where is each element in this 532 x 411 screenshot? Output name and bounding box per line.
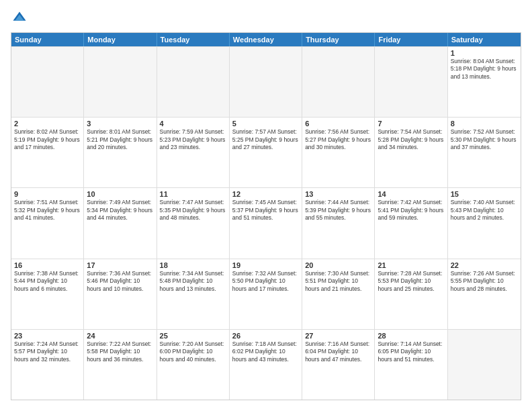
day-number: 7 [378,120,444,128]
page: SundayMondayTuesdayWednesdayThursdayFrid… [0,0,532,411]
day-info: Sunrise: 7:54 AM Sunset: 5:28 PM Dayligh… [378,128,444,151]
calendar-cell [11,47,84,117]
calendar-cell: 12Sunrise: 7:45 AM Sunset: 5:37 PM Dayli… [230,188,302,258]
header-day-thursday: Thursday [302,33,375,46]
day-info: Sunrise: 7:30 AM Sunset: 5:51 PM Dayligh… [305,270,371,293]
calendar-cell: 19Sunrise: 7:32 AM Sunset: 5:50 PM Dayli… [230,259,302,329]
day-info: Sunrise: 7:14 AM Sunset: 6:05 PM Dayligh… [378,340,444,363]
day-info: Sunrise: 8:04 AM Sunset: 5:18 PM Dayligh… [451,58,518,81]
header-day-wednesday: Wednesday [230,33,302,46]
calendar-cell: 7Sunrise: 7:54 AM Sunset: 5:28 PM Daylig… [375,118,447,187]
calendar-row-1: 1Sunrise: 8:04 AM Sunset: 5:18 PM Daylig… [11,46,521,117]
day-number: 16 [14,261,81,269]
calendar-cell: 27Sunrise: 7:16 AM Sunset: 6:04 PM Dayli… [302,330,375,400]
day-info: Sunrise: 7:56 AM Sunset: 5:27 PM Dayligh… [305,128,371,151]
day-number: 27 [305,332,371,340]
calendar-cell [375,47,447,117]
calendar-cell: 1Sunrise: 8:04 AM Sunset: 5:18 PM Daylig… [448,47,521,117]
calendar-cell: 23Sunrise: 7:24 AM Sunset: 5:57 PM Dayli… [11,330,84,400]
logo [11,11,27,26]
calendar-row-2: 2Sunrise: 8:02 AM Sunset: 5:19 PM Daylig… [11,117,521,187]
logo-icon [12,11,27,26]
day-info: Sunrise: 7:24 AM Sunset: 5:57 PM Dayligh… [14,340,81,363]
day-number: 25 [160,332,226,340]
day-info: Sunrise: 7:45 AM Sunset: 5:37 PM Dayligh… [232,199,299,222]
day-info: Sunrise: 7:18 AM Sunset: 6:02 PM Dayligh… [232,340,299,363]
header-day-monday: Monday [84,33,157,46]
day-number: 28 [378,332,444,340]
day-info: Sunrise: 7:20 AM Sunset: 6:00 PM Dayligh… [160,340,226,363]
day-info: Sunrise: 7:57 AM Sunset: 5:25 PM Dayligh… [232,128,299,151]
calendar-cell: 18Sunrise: 7:34 AM Sunset: 5:48 PM Dayli… [157,259,230,329]
day-info: Sunrise: 7:16 AM Sunset: 6:04 PM Dayligh… [305,340,371,363]
day-number: 26 [232,332,299,340]
calendar-cell: 6Sunrise: 7:56 AM Sunset: 5:27 PM Daylig… [302,118,375,187]
day-info: Sunrise: 8:02 AM Sunset: 5:19 PM Dayligh… [14,128,81,151]
day-number: 5 [232,120,299,128]
day-info: Sunrise: 7:34 AM Sunset: 5:48 PM Dayligh… [160,270,226,293]
calendar-cell [448,330,521,400]
calendar-row-4: 16Sunrise: 7:38 AM Sunset: 5:44 PM Dayli… [11,259,521,329]
day-number: 2 [14,120,81,128]
day-number: 20 [305,261,371,269]
calendar-cell: 26Sunrise: 7:18 AM Sunset: 6:02 PM Dayli… [230,330,302,400]
day-number: 13 [305,190,371,198]
day-number: 14 [378,190,444,198]
calendar-header: SundayMondayTuesdayWednesdayThursdayFrid… [11,33,521,46]
calendar-cell: 11Sunrise: 7:47 AM Sunset: 5:35 PM Dayli… [157,188,230,258]
calendar-cell: 24Sunrise: 7:22 AM Sunset: 5:58 PM Dayli… [84,330,157,400]
calendar-cell: 9Sunrise: 7:51 AM Sunset: 5:32 PM Daylig… [11,188,84,258]
header-day-sunday: Sunday [11,33,84,46]
day-info: Sunrise: 7:36 AM Sunset: 5:46 PM Dayligh… [87,270,153,293]
calendar-cell: 2Sunrise: 8:02 AM Sunset: 5:19 PM Daylig… [11,118,84,187]
day-info: Sunrise: 7:38 AM Sunset: 5:44 PM Dayligh… [14,270,81,293]
day-number: 9 [14,190,81,198]
header [11,11,521,26]
day-info: Sunrise: 7:44 AM Sunset: 5:39 PM Dayligh… [305,199,371,222]
day-info: Sunrise: 7:32 AM Sunset: 5:50 PM Dayligh… [232,270,299,293]
day-number: 1 [451,49,518,57]
calendar-cell: 13Sunrise: 7:44 AM Sunset: 5:39 PM Dayli… [302,188,375,258]
day-info: Sunrise: 7:28 AM Sunset: 5:53 PM Dayligh… [378,270,444,293]
calendar-cell: 20Sunrise: 7:30 AM Sunset: 5:51 PM Dayli… [302,259,375,329]
day-number: 4 [160,120,226,128]
day-number: 12 [232,190,299,198]
day-number: 15 [451,190,518,198]
calendar-cell: 22Sunrise: 7:26 AM Sunset: 5:55 PM Dayli… [448,259,521,329]
day-number: 19 [232,261,299,269]
day-number: 21 [378,261,444,269]
calendar-cell [302,47,375,117]
header-day-tuesday: Tuesday [157,33,230,46]
calendar: SundayMondayTuesdayWednesdayThursdayFrid… [11,32,521,400]
day-number: 23 [14,332,81,340]
day-number: 22 [451,261,518,269]
header-day-saturday: Saturday [448,33,521,46]
day-number: 8 [451,120,518,128]
day-number: 6 [305,120,371,128]
day-info: Sunrise: 7:52 AM Sunset: 5:30 PM Dayligh… [451,128,518,151]
day-number: 10 [87,190,153,198]
calendar-cell: 14Sunrise: 7:42 AM Sunset: 5:41 PM Dayli… [375,188,447,258]
calendar-cell: 8Sunrise: 7:52 AM Sunset: 5:30 PM Daylig… [448,118,521,187]
calendar-body: 1Sunrise: 8:04 AM Sunset: 5:18 PM Daylig… [11,46,521,400]
day-number: 11 [160,190,226,198]
calendar-row-5: 23Sunrise: 7:24 AM Sunset: 5:57 PM Dayli… [11,329,521,400]
day-number: 18 [160,261,226,269]
calendar-cell: 10Sunrise: 7:49 AM Sunset: 5:34 PM Dayli… [84,188,157,258]
day-info: Sunrise: 7:42 AM Sunset: 5:41 PM Dayligh… [378,199,444,222]
calendar-cell: 17Sunrise: 7:36 AM Sunset: 5:46 PM Dayli… [84,259,157,329]
day-info: Sunrise: 7:59 AM Sunset: 5:23 PM Dayligh… [160,128,226,151]
calendar-cell: 5Sunrise: 7:57 AM Sunset: 5:25 PM Daylig… [230,118,302,187]
calendar-cell: 25Sunrise: 7:20 AM Sunset: 6:00 PM Dayli… [157,330,230,400]
calendar-cell: 15Sunrise: 7:40 AM Sunset: 5:43 PM Dayli… [448,188,521,258]
day-number: 24 [87,332,153,340]
day-info: Sunrise: 7:49 AM Sunset: 5:34 PM Dayligh… [87,199,153,222]
calendar-cell [230,47,302,117]
calendar-cell [84,47,157,117]
day-info: Sunrise: 8:01 AM Sunset: 5:21 PM Dayligh… [87,128,153,151]
calendar-cell: 16Sunrise: 7:38 AM Sunset: 5:44 PM Dayli… [11,259,84,329]
calendar-cell [157,47,230,117]
day-info: Sunrise: 7:26 AM Sunset: 5:55 PM Dayligh… [451,270,518,293]
day-info: Sunrise: 7:51 AM Sunset: 5:32 PM Dayligh… [14,199,81,222]
header-day-friday: Friday [375,33,447,46]
